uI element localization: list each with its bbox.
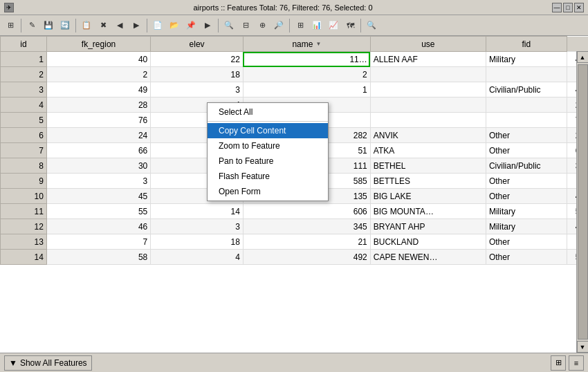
toolbar-btn-stats[interactable]: 📊 [309, 18, 324, 33]
cell-name[interactable]: BIG LAKE [370, 189, 486, 204]
toolbar-btn-new[interactable]: 📄 [150, 18, 165, 33]
cell-use[interactable]: Civilian/Public [486, 158, 567, 174]
col-header-fk-region[interactable]: fk_region [46, 37, 150, 52]
cell-use[interactable]: Other [486, 250, 567, 265]
cell-name[interactable]: ATKA [370, 143, 486, 158]
cell-fk-region[interactable]: 18 [151, 67, 244, 82]
toolbar-btn-zoom[interactable]: 🔎 [271, 18, 286, 33]
toolbar-btn-reload[interactable]: 🔄 [57, 18, 73, 33]
cell-id[interactable]: 7 [46, 234, 150, 250]
ctx-item-copy-cell[interactable]: Copy Cell Content [208, 123, 328, 138]
scroll-down-button[interactable]: ▼ [577, 341, 589, 353]
status-icon-grid[interactable]: ⊞ [551, 355, 566, 371]
cell-id[interactable]: 46 [46, 219, 150, 234]
col-header-name[interactable]: name ▼ [243, 37, 370, 52]
cell-id[interactable]: 45 [46, 189, 150, 204]
cell-name[interactable]: CAPE NEWEN… [370, 250, 486, 265]
toolbar-btn-edit[interactable]: ✎ [24, 18, 39, 33]
cell-fk-region[interactable]: 22 [151, 52, 244, 67]
toolbar-btn-filter[interactable]: 🔍 [221, 18, 237, 33]
toolbar-btn-search[interactable]: 🔍 [364, 18, 379, 33]
cell-id[interactable]: 30 [46, 158, 150, 174]
col-header-id[interactable]: id [1, 37, 47, 52]
cell-fk-region[interactable]: 4 [151, 250, 244, 265]
toolbar-btn-save[interactable]: 💾 [41, 18, 56, 33]
scroll-thumb[interactable] [578, 64, 588, 340]
toolbar-btn-run[interactable]: ▶ [200, 18, 215, 33]
cell-use[interactable]: Military [486, 52, 567, 67]
cell-use[interactable]: Civilian/Public [486, 82, 567, 97]
toolbar-btn-toggle[interactable]: ⊞ [3, 18, 18, 33]
cell-name[interactable]: ALLEN AAF [370, 52, 486, 67]
cell-fk-region[interactable]: 3 [151, 82, 244, 97]
maximize-button[interactable]: □ [563, 3, 573, 12]
scroll-up-button[interactable]: ▲ [577, 51, 589, 63]
cell-name[interactable] [370, 113, 486, 128]
ctx-item-pan-feature[interactable]: Pan to Feature [208, 154, 328, 169]
cell-id[interactable]: 66 [46, 143, 150, 158]
cell-name[interactable]: BIG MOUNTA… [370, 204, 486, 219]
minimize-button[interactable]: — [552, 3, 562, 12]
toolbar-btn-map[interactable]: 🗺 [342, 18, 358, 33]
cell-use[interactable]: Military [486, 219, 567, 234]
cell-use[interactable] [486, 113, 567, 128]
ctx-item-select-all[interactable]: Select All [208, 104, 328, 120]
cell-id[interactable]: 40 [46, 52, 150, 67]
ctx-item-zoom-feature[interactable]: Zoom to Feature [208, 138, 328, 154]
cell-name[interactable]: ANVIK [370, 128, 486, 143]
cell-elev[interactable]: 1 [243, 82, 370, 97]
toolbar-btn-pin[interactable]: 📌 [183, 18, 199, 33]
cell-use[interactable] [486, 97, 567, 113]
toolbar-btn-select[interactable]: ⊕ [255, 18, 270, 33]
cell-id[interactable]: 2 [46, 67, 150, 82]
cell-elev[interactable]: 2 [243, 67, 370, 82]
status-icon-list[interactable]: ≡ [569, 355, 584, 371]
table-row[interactable]: 1 40 22 11… ALLEN AAF Military 40 [1, 52, 588, 67]
table-row[interactable]: 13 7 18 21 BUCKLAND Other 7 [1, 234, 588, 250]
cell-elev[interactable]: 21 [243, 234, 370, 250]
cell-id[interactable]: 58 [46, 250, 150, 265]
cell-name[interactable]: BETHEL [370, 158, 486, 174]
cell-elev[interactable]: 606 [243, 204, 370, 219]
cell-name[interactable] [370, 82, 486, 97]
cell-use[interactable]: Other [486, 143, 567, 158]
cell-name[interactable] [370, 97, 486, 113]
cell-use[interactable]: Other [486, 234, 567, 250]
cell-id[interactable]: 49 [46, 82, 150, 97]
col-header-elev[interactable]: elev [151, 37, 244, 52]
cell-id[interactable]: 76 [46, 113, 150, 128]
cell-use[interactable] [486, 67, 567, 82]
col-header-use[interactable]: use [370, 37, 486, 52]
ctx-item-flash-feature[interactable]: Flash Feature [208, 169, 328, 184]
cell-id[interactable]: 3 [46, 174, 150, 189]
cell-use[interactable]: Military [486, 204, 567, 219]
toolbar-btn-copy[interactable]: 📋 [79, 18, 94, 33]
table-row[interactable]: 11 55 14 606 BIG MOUNTA… Military 55 [1, 204, 588, 219]
cell-elev[interactable]: 11… [243, 52, 370, 67]
col-header-fid[interactable]: fid [486, 37, 567, 52]
table-row[interactable]: 14 58 4 492 CAPE NEWEN… Other 58 [1, 250, 588, 265]
toolbar-btn-table[interactable]: ⊞ [293, 18, 308, 33]
cell-use[interactable]: Other [486, 128, 567, 143]
toolbar-btn-delete[interactable]: ✖ [95, 18, 111, 33]
table-row[interactable]: 3 49 3 1 Civilian/Public 49 [1, 82, 588, 97]
cell-use[interactable]: Other [486, 189, 567, 204]
cell-id[interactable]: 55 [46, 204, 150, 219]
ctx-item-open-form[interactable]: Open Form [208, 184, 328, 199]
vertical-scrollbar[interactable]: ▲ ▼ [576, 51, 588, 353]
table-row[interactable]: 12 46 3 345 BRYANT AHP Military 46 [1, 219, 588, 234]
toolbar-btn-filter2[interactable]: ⊟ [238, 18, 253, 33]
cell-fk-region[interactable]: 18 [151, 234, 244, 250]
cell-name[interactable]: BRYANT AHP [370, 219, 486, 234]
toolbar-btn-open[interactable]: 📂 [167, 18, 182, 33]
cell-name[interactable]: BUCKLAND [370, 234, 486, 250]
cell-name[interactable] [370, 67, 486, 82]
cell-elev[interactable]: 492 [243, 250, 370, 265]
table-row[interactable]: 2 2 18 2 2 [1, 67, 588, 82]
cell-name[interactable]: BETTLES [370, 174, 486, 189]
cell-id[interactable]: 24 [46, 128, 150, 143]
toolbar-btn-forward[interactable]: ▶ [129, 18, 144, 33]
toolbar-btn-back[interactable]: ◀ [112, 18, 127, 33]
cell-use[interactable]: Other [486, 174, 567, 189]
toolbar-btn-chart[interactable]: 📈 [326, 18, 341, 33]
